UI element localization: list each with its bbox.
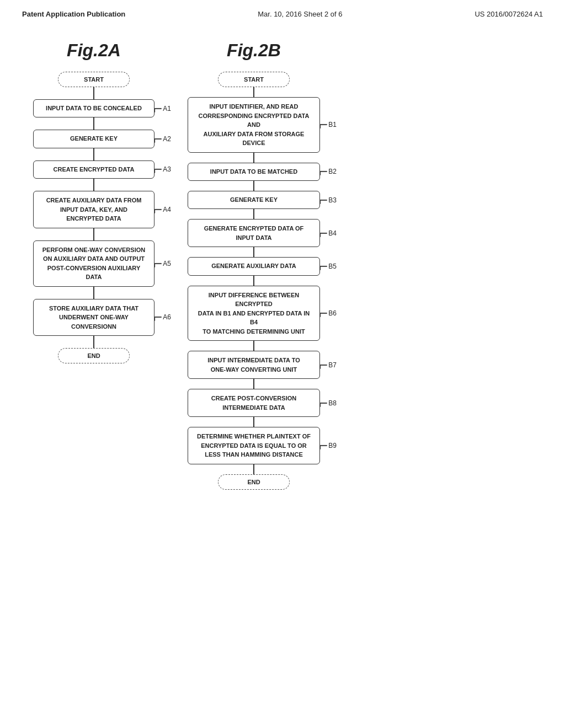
fc-line: [93, 87, 94, 99]
page-header: Patent Application Publication Mar. 10, …: [0, 0, 565, 24]
fig2b-b7-box: INPUT INTERMEDIATE DATA TOONE-WAY CONVER…: [188, 351, 320, 379]
fig2a-start-row: START: [33, 72, 154, 87]
figure-2b: Fig.2B START INPUT IDENTIFIER, AND READC…: [188, 40, 320, 490]
fig2a-a2-row: GENERATE KEY ⌐A2: [33, 130, 154, 148]
fig2a-a4-row: CREATE AUXILIARY DATA FROMINPUT DATA, KE…: [33, 191, 154, 228]
fig2b-b1-label: ⌐B1: [319, 117, 337, 132]
fig2a-a6-box: STORE AUXILIARY DATA THATUNDERWENT ONE-W…: [33, 299, 154, 336]
fig2b-b1-box: INPUT IDENTIFIER, AND READCORRESPONDING …: [188, 97, 320, 153]
fig2a-a3-row: CREATE ENCRYPTED DATA ⌐A3: [33, 160, 154, 179]
fig2b-b4-row: GENERATE ENCRYPTED DATA OFINPUT DATA ⌐B4: [188, 219, 320, 247]
fig2b-b5-box: GENERATE AUXILIARY DATA: [188, 257, 320, 275]
bracket-icon: ⌐: [319, 357, 328, 373]
fc-line: [253, 87, 254, 97]
fig2b-b2-box: INPUT DATA TO BE MATCHED: [188, 163, 320, 181]
bracket-icon: ⌐: [153, 202, 162, 217]
fig2a-a5-label: ⌐A5: [153, 256, 171, 271]
fig2a-a2-box: GENERATE KEY: [33, 130, 154, 148]
fc-line: [253, 276, 254, 286]
bracket-icon: ⌐: [153, 101, 162, 116]
fc-line: [93, 148, 94, 160]
fig2a-flowchart: START INPUT DATA TO BE CONCEALED ⌐A1 GEN…: [33, 72, 154, 363]
fig2b-b4-box: GENERATE ENCRYPTED DATA OFINPUT DATA: [188, 219, 320, 247]
fig2b-b2-row: INPUT DATA TO BE MATCHED ⌐B2: [188, 163, 320, 181]
fig2b-b9-label: ⌐B9: [319, 438, 337, 453]
fig2b-start: START: [218, 72, 290, 87]
bracket-icon: ⌐: [153, 162, 162, 177]
bracket-icon: ⌐: [319, 438, 328, 453]
fig2a-a2-label: ⌐A2: [153, 131, 171, 147]
fc-line: [253, 209, 254, 219]
fig2b-b8-row: CREATE POST-CONVERSIONINTERMEDIATE DATA …: [188, 389, 320, 417]
fc-line: [253, 379, 254, 389]
header-publication: Patent Application Publication: [22, 10, 125, 18]
fig2a-a5-row: PERFORM ONE-WAY CONVERSIONON AUXILIARY D…: [33, 240, 154, 287]
fc-line: [93, 287, 94, 299]
fig2b-b1-row: INPUT IDENTIFIER, AND READCORRESPONDING …: [188, 97, 320, 153]
fc-line: [253, 181, 254, 191]
fig2b-flowchart: START INPUT IDENTIFIER, AND READCORRESPO…: [188, 72, 320, 490]
fig2b-b2-label: ⌐B2: [319, 164, 337, 179]
fig2a-title: Fig.2A: [67, 40, 121, 61]
fig2b-b6-row: INPUT DIFFERENCE BETWEEN ENCRYPTEDDATA I…: [188, 286, 320, 341]
bracket-icon: ⌐: [319, 192, 328, 208]
fig2b-b5-label: ⌐B5: [319, 259, 337, 274]
header-date-sheet: Mar. 10, 2016 Sheet 2 of 6: [258, 10, 342, 18]
fig2b-title: Fig.2B: [227, 40, 281, 61]
bracket-icon: ⌐: [319, 395, 328, 411]
fc-line: [253, 341, 254, 351]
fig2a-a6-label: ⌐A6: [153, 309, 171, 325]
fig2b-b7-row: INPUT INTERMEDIATE DATA TOONE-WAY CONVER…: [188, 351, 320, 379]
fig2b-b4-label: ⌐B4: [319, 226, 337, 241]
fig2a-a6-row: STORE AUXILIARY DATA THATUNDERWENT ONE-W…: [33, 299, 154, 336]
bracket-icon: ⌐: [319, 117, 328, 132]
fig2a-a3-label: ⌐A3: [153, 162, 171, 177]
fig2b-b9-box: DETERMINE WHETHER PLAINTEXT OFENCRYPTED …: [188, 427, 320, 464]
fig2b-start-row: START: [188, 72, 320, 87]
fig2b-b3-label: ⌐B3: [319, 192, 337, 208]
bracket-icon: ⌐: [153, 131, 162, 147]
fc-line: [253, 247, 254, 257]
fig2a-end: END: [58, 348, 130, 363]
fc-line: [93, 117, 94, 130]
fig2a-a4-label: ⌐A4: [153, 202, 171, 217]
fig2a-a5-box: PERFORM ONE-WAY CONVERSIONON AUXILIARY D…: [33, 240, 154, 287]
fc-line: [93, 228, 94, 240]
figure-2a: Fig.2A START INPUT DATA TO BE CONCEALED …: [33, 40, 154, 363]
fig2a-a1-box: INPUT DATA TO BE CONCEALED: [33, 99, 154, 117]
fig2b-b3-box: GENERATE KEY: [188, 191, 320, 209]
bracket-icon: ⌐: [319, 164, 328, 179]
fc-line: [253, 464, 254, 474]
fig2b-end: END: [218, 474, 290, 490]
bracket-icon: ⌐: [319, 259, 328, 274]
fc-line: [253, 153, 254, 163]
fig2b-b6-box: INPUT DIFFERENCE BETWEEN ENCRYPTEDDATA I…: [188, 286, 320, 341]
header-patent-number: US 2016/0072624 A1: [475, 10, 543, 18]
fc-line: [93, 336, 94, 348]
fig2b-b9-row: DETERMINE WHETHER PLAINTEXT OFENCRYPTED …: [188, 427, 320, 464]
fig2a-a3-box: CREATE ENCRYPTED DATA: [33, 160, 154, 179]
fig2b-end-row: END: [188, 474, 320, 490]
fig2b-b6-label: ⌐B6: [319, 306, 337, 321]
fig2b-b8-box: CREATE POST-CONVERSIONINTERMEDIATE DATA: [188, 389, 320, 417]
fc-line: [93, 179, 94, 191]
bracket-icon: ⌐: [153, 256, 162, 271]
fig2b-b7-label: ⌐B7: [319, 357, 337, 373]
bracket-icon: ⌐: [319, 306, 328, 321]
fig2b-b8-label: ⌐B8: [319, 395, 337, 411]
fig2a-a1-label: ⌐A1: [153, 101, 171, 116]
fig2a-end-row: END: [33, 348, 154, 363]
fig2a-a1-row: INPUT DATA TO BE CONCEALED ⌐A1: [33, 99, 154, 117]
fig2b-b3-row: GENERATE KEY ⌐B3: [188, 191, 320, 209]
fig2a-start: START: [58, 72, 130, 87]
figures-container: Fig.2A START INPUT DATA TO BE CONCEALED …: [0, 24, 565, 506]
bracket-icon: ⌐: [319, 226, 328, 241]
bracket-icon: ⌐: [153, 309, 162, 325]
fig2a-a4-box: CREATE AUXILIARY DATA FROMINPUT DATA, KE…: [33, 191, 154, 228]
fig2b-b5-row: GENERATE AUXILIARY DATA ⌐B5: [188, 257, 320, 275]
fc-line: [253, 417, 254, 427]
